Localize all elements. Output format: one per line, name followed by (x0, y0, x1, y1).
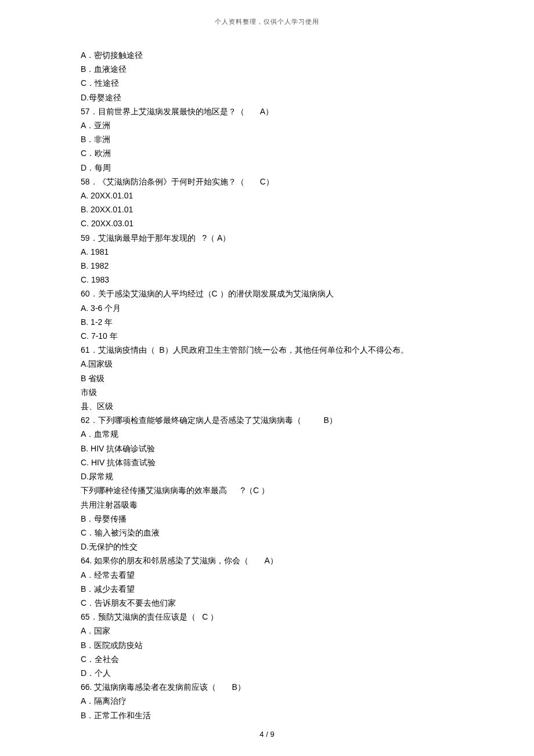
text-line: C. 20XX.03.01 (81, 216, 499, 230)
text-line: C．欧洲 (81, 146, 499, 160)
text-line: A. 3-6 个月 (81, 301, 499, 315)
text-line: 59．艾滋病最早始于那年发现的 ?（ A） (81, 231, 499, 245)
text-line: B．母婴传播 (81, 512, 499, 526)
text-line: B. 1982 (81, 259, 499, 273)
text-line: B. 20XX.01.01 (81, 202, 499, 216)
text-line: A．隔离治疗 (81, 694, 499, 708)
page-header: 个人资料整理，仅供个人学习使用 (0, 17, 534, 26)
text-line: B．减少去看望 (81, 582, 499, 596)
text-line: D.母婴途径 (81, 91, 499, 104)
text-line: 61．艾滋病疫情由（ B）人民政府卫生主管部门统一公布，其他任何单位和个人不得公… (81, 343, 499, 357)
text-line: C. 7-10 年 (81, 329, 499, 343)
text-line: C. HIV 抗体筛查试验 (81, 455, 499, 469)
document-page: 个人资料整理，仅供个人学习使用 A．密切接触途径B．血液途径C．性途径D.母婴途… (0, 0, 534, 722)
text-line: 66. 艾滋病病毒感染者在发病前应该（ B） (81, 680, 499, 694)
text-line: C．告诉朋友不要去他们家 (81, 596, 499, 610)
text-line: 57．目前世界上艾滋病发展最快的地区是？（ A） (81, 104, 499, 118)
text-line: C. 1983 (81, 273, 499, 287)
text-line: D.尿常规 (81, 469, 499, 483)
text-line: A．密切接触途径 (81, 48, 499, 62)
text-line: A．经常去看望 (81, 568, 499, 582)
text-line: B．正常工作和生活 (81, 708, 499, 722)
text-line: 64. 如果你的朋友和邻居感染了艾滋病，你会（ A） (81, 554, 499, 567)
text-line: 65．预防艾滋病的责任应该是（ C ） (81, 610, 499, 624)
text-line: A．国家 (81, 624, 499, 638)
text-line: B．非洲 (81, 132, 499, 146)
text-line: B．血液途径 (81, 62, 499, 76)
text-line: C．性途径 (81, 76, 499, 90)
text-line: A. 20XX.01.01 (81, 189, 499, 202)
text-line: B 省级 (81, 371, 499, 385)
text-line: A．亚洲 (81, 118, 499, 132)
text-line: A.国家级 (81, 357, 499, 371)
text-line: 60．关于感染艾滋病的人平均经过（C ）的潜伏期发展成为艾滋病病人 (81, 287, 499, 301)
text-line: 62．下列哪项检查能够最终确定病人是否感染了艾滋病病毒（ B） (81, 413, 499, 427)
text-line: C．输入被污染的血液 (81, 526, 499, 540)
text-line: A．血常规 (81, 427, 499, 441)
text-line: 下列哪种途径传播艾滋病病毒的效率最高 ?（C ） (81, 483, 499, 497)
page-footer: 4 / 9 (0, 730, 534, 739)
text-line: C．全社会 (81, 652, 499, 666)
text-line: B. HIV 抗体确诊试验 (81, 442, 499, 455)
text-line: D．每周 (81, 161, 499, 175)
text-line: D．个人 (81, 666, 499, 680)
text-line: B. 1-2 年 (81, 315, 499, 329)
text-line: A. 1981 (81, 245, 499, 259)
text-line: B．医院或防疫站 (81, 638, 499, 652)
text-line: 市级 (81, 385, 499, 399)
text-line: 共用注射器吸毒 (81, 498, 499, 512)
text-line: 58．《艾滋病防治条例》于何时开始实施？（ C） (81, 175, 499, 189)
document-body: A．密切接触途径B．血液途径C．性途径D.母婴途径57．目前世界上艾滋病发展最快… (0, 48, 534, 722)
text-line: 县、区级 (81, 399, 499, 413)
text-line: D.无保护的性交 (81, 540, 499, 554)
